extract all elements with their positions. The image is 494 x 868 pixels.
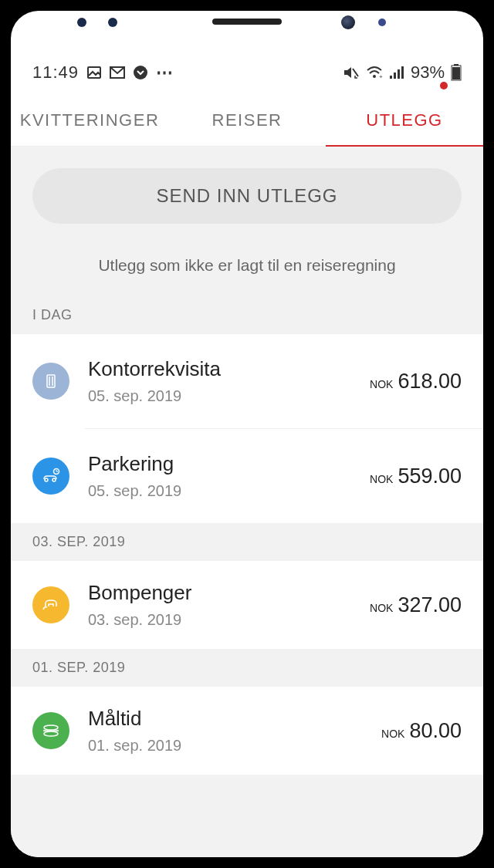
wifi-icon: + [366,66,383,79]
front-camera [341,15,355,29]
amount-value: 559.00 [398,464,462,488]
signal-icon [389,66,404,79]
status-bar: 11:49 ⋯ + [11,51,483,94]
tab-travels[interactable]: REISER [168,94,326,146]
expense-title: Bompenger [88,581,351,605]
currency-label: NOK [381,728,404,740]
svg-rect-13 [47,375,55,387]
meal-icon [32,712,69,749]
status-right: + 93% [343,62,462,83]
expense-title: Måltid [88,707,363,731]
info-text: Utlegg som ikke er lagt til en reiseregn… [11,242,483,296]
svg-rect-8 [398,69,400,79]
expense-details: Bompenger 03. sep. 2019 [88,581,351,629]
submit-section: SEND INN UTLEGG [11,147,483,242]
expense-list: Måltid 01. sep. 2019 NOK 80.00 [11,687,483,775]
expense-title: Parkering [88,452,351,476]
expense-item[interactable]: Kontorrekvisita 05. sep. 2019 NOK 618.00 [11,334,483,428]
svg-point-17 [52,478,56,481]
expense-item[interactable]: Bompenger 03. sep. 2019 NOK 327.00 [11,561,483,649]
proximity-sensor [378,19,386,26]
tab-label: KVITTERINGER [20,110,160,130]
phone-frame: 11:49 ⋯ + [0,0,494,868]
parking-icon [32,458,69,495]
content-area[interactable]: SEND INN UTLEGG Utlegg som ikke er lagt … [11,147,483,857]
svg-line-3 [353,69,358,76]
svg-point-23 [44,731,58,736]
expense-item[interactable]: Parkering 05. sep. 2019 NOK 559.00 [85,428,483,523]
svg-point-21 [44,725,58,730]
section-header: 03. SEP. 2019 [11,523,483,561]
expense-amount: NOK 80.00 [381,719,462,743]
expense-details: Kontorrekvisita 05. sep. 2019 [88,357,351,405]
svg-rect-9 [401,66,404,79]
submit-expenses-button[interactable]: SEND INN UTLEGG [32,168,462,224]
svg-point-2 [134,66,147,79]
sensor-dot [108,18,117,27]
more-icon: ⋯ [156,62,174,83]
currency-label: NOK [370,473,393,485]
phone-screen: 11:49 ⋯ + [11,11,483,857]
expense-date: 05. sep. 2019 [88,387,351,405]
expense-item[interactable]: Måltid 01. sep. 2019 NOK 80.00 [11,687,483,775]
expense-amount: NOK 618.00 [370,370,462,393]
expense-amount: NOK 327.00 [370,593,462,617]
section-header-today: I DAG [11,296,483,334]
tab-receipts[interactable]: KVITTERINGER [11,94,168,146]
expense-date: 01. sep. 2019 [88,737,363,755]
svg-point-16 [45,478,48,481]
expense-amount: NOK 559.00 [370,464,462,488]
expense-date: 03. sep. 2019 [88,611,351,629]
mute-icon [343,65,360,80]
svg-point-4 [373,75,376,78]
expense-details: Måltid 01. sep. 2019 [88,707,363,755]
status-time: 11:49 [32,62,79,83]
battery-percent: 93% [411,62,445,83]
notification-dot [440,82,448,90]
toll-icon [32,586,69,623]
amount-value: 80.00 [409,719,462,743]
tab-label: REISER [212,110,283,130]
battery-icon [451,64,462,81]
status-left: 11:49 ⋯ [32,62,174,83]
section-header: 01. SEP. 2019 [11,649,483,687]
tab-expenses[interactable]: UTLEGG [326,94,483,146]
button-label: SEND INN UTLEGG [156,185,337,206]
svg-text:+: + [379,73,383,79]
svg-rect-6 [390,76,392,79]
expense-date: 05. sep. 2019 [88,482,351,500]
expense-list: Kontorrekvisita 05. sep. 2019 NOK 618.00… [11,334,483,523]
expense-title: Kontorrekvisita [88,357,351,381]
speaker-grill [212,19,282,25]
currency-label: NOK [370,378,393,390]
image-icon [86,65,102,80]
phone-notch [0,0,494,34]
amount-value: 618.00 [398,370,462,393]
amount-value: 327.00 [398,593,462,617]
expense-details: Parkering 05. sep. 2019 [88,452,351,500]
currency-label: NOK [370,602,393,614]
mail-icon [110,66,125,79]
sensor-dot [77,18,86,27]
tab-label: UTLEGG [366,110,442,130]
pocket-icon [133,65,148,80]
svg-rect-12 [452,67,460,79]
svg-rect-7 [394,73,396,79]
expense-list: Bompenger 03. sep. 2019 NOK 327.00 [11,561,483,649]
tabs: KVITTERINGER REISER UTLEGG [11,94,483,147]
office-supplies-icon [32,363,69,400]
